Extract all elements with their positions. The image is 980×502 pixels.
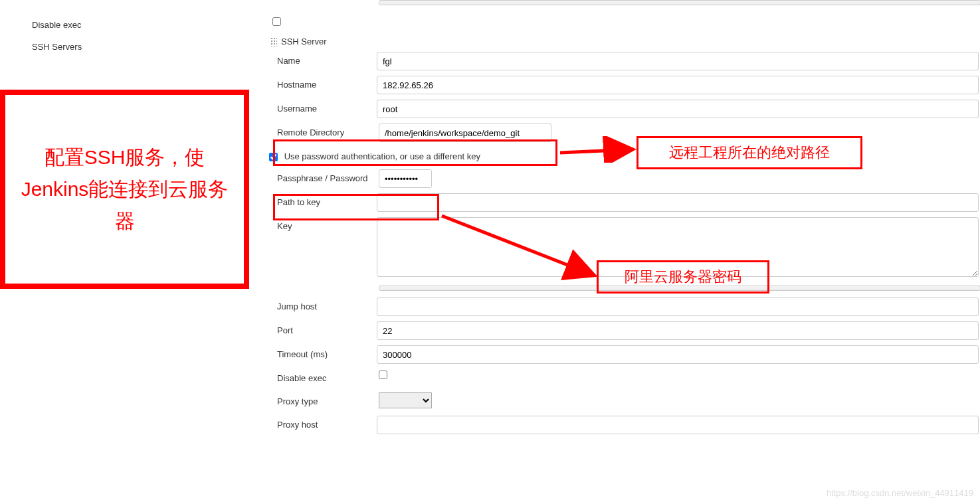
proxy-type-select[interactable] [379, 392, 432, 408]
passphrase-label: Passphrase / Password [269, 169, 379, 187]
username-input[interactable] [377, 100, 979, 118]
hostname-label: Hostname [269, 76, 377, 94]
annotation-remote-label: 远程工程所在的绝对路径 [637, 136, 862, 169]
jump-host-label: Jump host [269, 297, 377, 315]
jump-host-input[interactable] [377, 297, 979, 316]
hostname-input[interactable] [377, 76, 979, 94]
disable-exec-label: Disable exec [32, 20, 231, 30]
port-label: Port [269, 321, 377, 339]
name-label: Name [269, 52, 377, 70]
timeout-label: Timeout (ms) [269, 345, 377, 363]
passphrase-input[interactable] [379, 169, 432, 188]
drag-handle-icon[interactable] [270, 37, 277, 46]
annotation-remote-box [273, 139, 557, 166]
proxy-host-label: Proxy host [269, 416, 377, 434]
annotation-passphrase-box [273, 194, 439, 220]
port-input[interactable] [377, 321, 979, 340]
proxy-type-label: Proxy type [269, 392, 379, 410]
annotation-password-label: 阿里云服务器密码 [597, 260, 769, 293]
separator-top [379, 0, 980, 5]
ssh-servers-label: SSH Servers [32, 42, 231, 52]
proxy-host-input[interactable] [377, 416, 979, 434]
annotation-main: 配置SSH服务，使Jenkins能连接到云服务器 [0, 90, 249, 289]
path-to-key-input[interactable] [377, 193, 979, 212]
disable-exec-label2: Disable exec [269, 369, 379, 387]
watermark: https://blog.csdn.net/weixin_44911419 [827, 488, 973, 498]
username-label: Username [269, 100, 377, 118]
remote-directory-label: Remote Directory [269, 124, 379, 141]
ssh-server-header: SSH Server [281, 37, 327, 46]
name-input[interactable] [377, 52, 979, 70]
disable-exec-checkbox[interactable] [272, 17, 281, 26]
timeout-input[interactable] [377, 345, 979, 364]
disable-exec-checkbox2[interactable] [379, 371, 387, 379]
